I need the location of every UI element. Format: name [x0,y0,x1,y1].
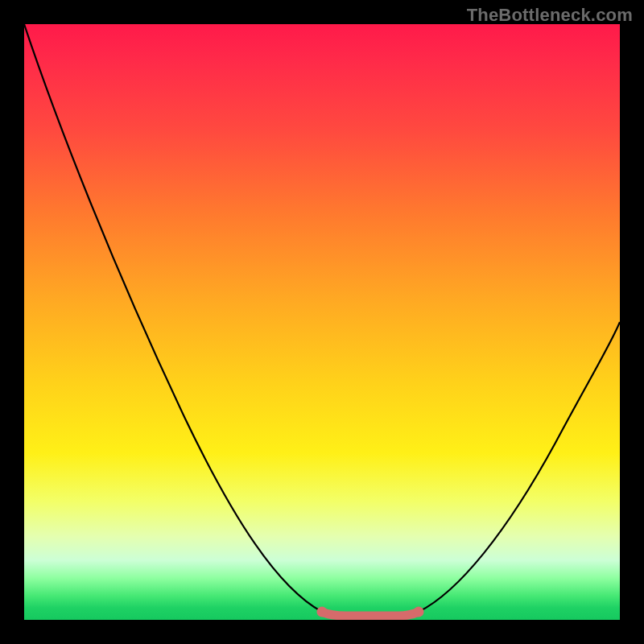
chart-svg [24,24,620,620]
accent-dot-left [317,607,328,617]
accent-dot-right [414,607,424,617]
plot-area [24,24,620,620]
bottleneck-curve [24,24,620,616]
chart-frame: TheBottleneck.com [0,0,644,644]
watermark-text: TheBottleneck.com [467,5,633,26]
bottleneck-flat-accent [322,612,419,616]
